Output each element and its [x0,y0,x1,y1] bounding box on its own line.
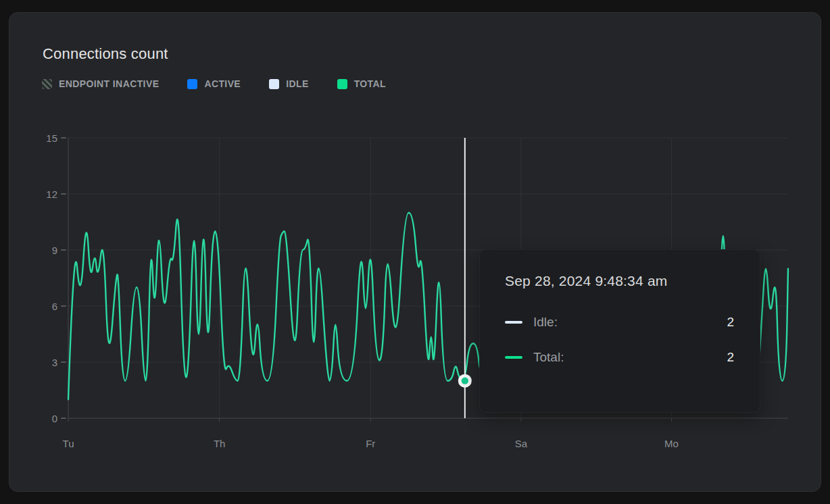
hover-marker-dot [462,377,468,384]
y-tick-mark [61,193,66,195]
y-tick-mark [61,418,66,419]
chart-legend: ENDPOINT INACTIVE ACTIVE IDLE TOTAL [42,78,386,89]
page-title: Connections count [43,45,168,63]
tooltip-value: 2 [727,350,734,365]
legend-label: ACTIVE [204,78,241,89]
total-swatch-icon [337,79,347,89]
legend-label: IDLE [286,78,309,89]
chart-tooltip: Sep 28, 2024 9:48:34 am Idle: 2 Total: 2 [479,249,760,413]
idle-line-icon [505,321,522,324]
x-axis-label: Tu [63,438,74,449]
y-tick-mark [61,361,66,363]
total-line-icon [505,356,522,359]
idle-swatch-icon [269,79,279,89]
legend-label: ENDPOINT INACTIVE [59,78,159,89]
tooltip-label: Total: [533,350,727,365]
y-tick-mark [61,137,66,138]
y-axis-label: 0 [52,413,57,424]
tooltip-value: 2 [727,315,734,330]
legend-item-active[interactable]: ACTIVE [187,78,241,89]
connections-count-card: Connections count ENDPOINT INACTIVE ACTI… [9,12,821,492]
legend-item-endpoint-inactive[interactable]: ENDPOINT INACTIVE [42,78,159,89]
y-tick-mark [61,249,66,251]
y-axis-label: 15 [46,132,57,144]
tooltip-timestamp: Sep 28, 2024 9:48:34 am [505,273,734,289]
x-axis-label: Sa [515,438,527,449]
endpoint-inactive-swatch-icon [42,79,52,89]
tooltip-label: Idle: [533,315,727,330]
y-axis-label: 12 [46,188,57,200]
y-axis-label: 6 [52,301,57,312]
legend-item-idle[interactable]: IDLE [269,78,309,89]
x-axis-label: Mo [664,438,679,449]
tooltip-row-idle: Idle: 2 [505,315,734,330]
tooltip-row-total: Total: 2 [505,350,734,365]
y-axis-label: 3 [52,357,57,368]
legend-item-total[interactable]: TOTAL [337,78,386,89]
legend-label: TOTAL [354,78,386,89]
y-tick-mark [61,305,66,307]
x-axis-label: Th [214,438,226,449]
y-axis-label: 9 [52,245,57,256]
x-axis-label: Fr [366,438,375,449]
active-swatch-icon [187,79,197,89]
